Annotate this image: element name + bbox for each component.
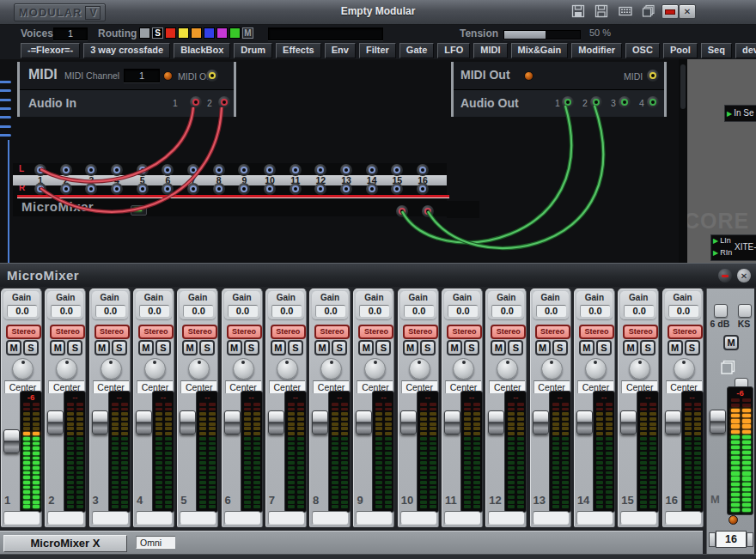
stereo-button[interactable]: Stereo — [50, 325, 85, 339]
mm-left-in-jack-14[interactable] — [366, 164, 378, 176]
channel-name-field[interactable] — [92, 511, 128, 525]
mm-right-in-jack-14[interactable] — [366, 183, 378, 195]
midi-in-jack[interactable] — [647, 70, 659, 82]
channel-fader[interactable] — [619, 394, 637, 507]
fader-handle[interactable] — [665, 410, 681, 434]
channel-fader[interactable] — [179, 394, 196, 507]
solo-button[interactable]: S — [420, 340, 436, 355]
mm-left-in-jack-9[interactable] — [238, 164, 250, 176]
gain-value-field[interactable]: 0.0 — [536, 305, 566, 317]
pan-knob[interactable] — [56, 358, 77, 380]
mute-button[interactable]: M — [491, 340, 506, 355]
fader-handle[interactable] — [488, 410, 504, 434]
mute-button[interactable]: M — [447, 340, 462, 355]
mm-left-in-jack-1[interactable] — [34, 164, 46, 176]
fader-handle[interactable] — [224, 410, 241, 434]
mm-left-in-jack-10[interactable] — [264, 164, 276, 176]
pan-knob[interactable] — [320, 358, 342, 380]
pan-knob[interactable] — [409, 358, 430, 380]
channel-name-field[interactable] — [3, 511, 40, 525]
channel-fader[interactable] — [311, 394, 328, 507]
ks-button[interactable] — [738, 304, 752, 318]
channel-name-field[interactable] — [356, 511, 392, 525]
routing-gray-button[interactable] — [139, 27, 150, 39]
fader-handle[interactable] — [136, 410, 152, 434]
stereo-button[interactable]: Stereo — [6, 325, 41, 339]
pan-knob[interactable] — [101, 358, 122, 380]
routing-blue-button[interactable] — [204, 27, 215, 39]
mm-power-button[interactable] — [131, 205, 147, 216]
stereo-button[interactable]: Stereo — [271, 325, 306, 339]
mm-right-in-jack-3[interactable] — [85, 183, 97, 195]
mm-left-in-jack-16[interactable] — [417, 164, 429, 176]
menu-item-filter[interactable]: Filter — [359, 43, 396, 58]
menu-item-osc[interactable]: OSC — [625, 43, 660, 58]
routing-name-field[interactable] — [268, 27, 383, 40]
layers-icon[interactable] — [641, 4, 656, 18]
solo-button[interactable]: S — [112, 340, 127, 355]
mm-left-in-jack-4[interactable] — [111, 164, 123, 176]
channel-fader[interactable] — [91, 394, 108, 507]
solo-button[interactable]: S — [155, 340, 171, 355]
mm-right-in-jack-2[interactable] — [60, 183, 72, 195]
gain-value-field[interactable]: 0.0 — [51, 305, 81, 317]
channel-fader[interactable] — [399, 394, 417, 507]
voices-field[interactable]: 1 — [53, 27, 88, 40]
channel-name-field[interactable] — [180, 511, 216, 525]
mute-button[interactable]: M — [182, 340, 198, 355]
solo-button[interactable]: S — [23, 340, 39, 355]
fader-handle[interactable] — [3, 429, 20, 453]
solo-button[interactable]: S — [288, 340, 303, 355]
channel-name-field[interactable] — [533, 511, 569, 525]
audio-out-jack-4[interactable] — [647, 96, 659, 108]
audio-out-jack-3[interactable] — [619, 96, 631, 108]
fader-handle[interactable] — [533, 410, 549, 434]
tension-slider[interactable] — [503, 30, 581, 39]
mute-button[interactable]: M — [403, 340, 418, 355]
menu-item-midi[interactable]: MIDI — [473, 43, 507, 58]
fader-handle[interactable] — [576, 410, 593, 434]
gain-value-field[interactable]: 0.0 — [448, 305, 478, 317]
mute-button[interactable]: M — [579, 340, 594, 355]
gain-value-field[interactable]: 0.0 — [668, 305, 698, 317]
channel-name-field[interactable] — [576, 511, 613, 525]
channel-fader[interactable] — [576, 394, 593, 507]
stereo-button[interactable]: Stereo — [358, 325, 393, 339]
gain-value-field[interactable]: 0.0 — [624, 305, 654, 317]
master-fader-handle[interactable] — [710, 410, 726, 434]
mm-left-in-jack-6[interactable] — [162, 164, 174, 176]
menu-item-drum[interactable]: Drum — [234, 43, 272, 58]
audio-in-jack-1[interactable] — [190, 96, 202, 108]
pan-knob[interactable] — [585, 358, 607, 380]
menu-item-gate[interactable]: Gate — [399, 43, 434, 58]
midi-channel-field[interactable]: 1 — [124, 69, 160, 82]
channel-fader[interactable] — [223, 394, 241, 507]
gain-value-field[interactable]: 0.0 — [404, 305, 434, 317]
channel-name-field[interactable] — [400, 511, 436, 525]
channel-name-field[interactable] — [620, 511, 656, 525]
mm-left-in-jack-15[interactable] — [391, 164, 403, 176]
close-button[interactable]: ✕ — [679, 4, 696, 19]
gain-value-field[interactable]: 0.0 — [139, 305, 169, 317]
pan-knob[interactable] — [453, 358, 474, 380]
menu-item-effects[interactable]: Effects — [276, 43, 321, 58]
pan-knob[interactable] — [629, 358, 650, 380]
menu-item-mix-gain[interactable]: Mix&Gain — [511, 43, 569, 58]
keyboard-icon[interactable] — [618, 4, 633, 18]
channel-name-field[interactable] — [268, 511, 304, 525]
gain-value-field[interactable]: 0.0 — [183, 305, 213, 317]
pan-knob[interactable] — [497, 358, 518, 380]
pan-knob[interactable] — [188, 358, 210, 380]
channel-fader[interactable] — [135, 394, 152, 507]
pan-knob[interactable] — [674, 358, 695, 380]
mute-button[interactable]: M — [668, 340, 683, 355]
gain-value-field[interactable]: 0.0 — [359, 305, 389, 317]
channel-count-stepper-left[interactable] — [709, 532, 716, 547]
midi-out-jack[interactable] — [206, 70, 218, 82]
gain-value-field[interactable]: 0.0 — [271, 305, 302, 317]
midi-mode-field[interactable]: Omni — [136, 536, 175, 549]
solo-button[interactable]: S — [640, 340, 655, 355]
mm-left-in-jack-2[interactable] — [60, 164, 72, 176]
master-mute-button[interactable]: M — [723, 335, 739, 350]
channel-fader[interactable] — [443, 394, 460, 507]
